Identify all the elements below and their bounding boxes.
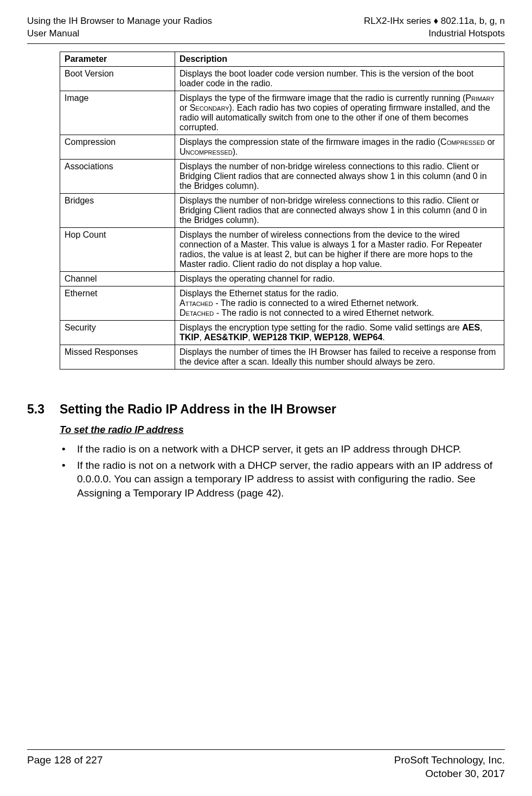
param-desc: Displays the encryption type setting for…: [175, 320, 504, 345]
table-row: Associations Displays the number of non-…: [60, 159, 504, 193]
header-doc-type: User Manual: [27, 28, 212, 40]
section-number: 5.3: [27, 402, 60, 417]
header-product-series: RLX2-IHx series ♦ 802.11a, b, g, n: [364, 15, 505, 28]
param-name: Compression: [60, 135, 175, 159]
desc-text: or: [180, 103, 190, 112]
param-name: Hop Count: [60, 227, 175, 271]
separator: .: [382, 333, 384, 342]
header-left: Using the IH Browser to Manage your Radi…: [27, 15, 212, 40]
param-desc: Displays the number of wireless connecti…: [175, 227, 504, 271]
section-subheading: To set the radio IP address: [60, 424, 505, 436]
param-desc: Displays the type of the firmware image …: [175, 91, 504, 135]
table-header-row: Parameter Description: [60, 52, 504, 66]
param-desc: Displays the compression state of the fi…: [175, 135, 504, 159]
footer-page-number: Page 128 of 227: [27, 753, 102, 781]
footer-rule: [27, 749, 505, 750]
separator: ,: [480, 323, 482, 332]
param-name: Missed Responses: [60, 345, 175, 369]
footer-right: ProSoft Technology, Inc. October 30, 201…: [394, 753, 505, 781]
table-row: Image Displays the type of the firmware …: [60, 91, 504, 135]
security-option: WEP128: [314, 333, 348, 342]
table-row: Hop Count Displays the number of wireles…: [60, 227, 504, 271]
desc-text: Displays the compression state of the fi…: [180, 137, 440, 147]
table-row: Boot Version Displays the boot loader co…: [60, 66, 504, 91]
compressed-label: Compressed: [440, 137, 485, 147]
desc-text: - The radio is not connected to a wired …: [214, 308, 434, 317]
table-row: Channel Displays the operating channel f…: [60, 271, 504, 286]
table-row: Bridges Displays the number of non-bridg…: [60, 193, 504, 227]
param-desc: Displays the operating channel for radio…: [175, 271, 504, 286]
header-chapter-title: Using the IH Browser to Manage your Radi…: [27, 15, 212, 28]
param-name: Channel: [60, 271, 175, 286]
param-desc: Displays the number of times the IH Brow…: [175, 345, 504, 369]
table-row: Missed Responses Displays the number of …: [60, 345, 504, 369]
param-name: Security: [60, 320, 175, 345]
security-option: WEP64: [353, 333, 382, 342]
header-right: RLX2-IHx series ♦ 802.11a, b, g, n Indus…: [364, 15, 505, 40]
primary-label: Primary: [465, 93, 494, 103]
desc-text: ).: [233, 147, 238, 156]
table-row: Compression Displays the compression sta…: [60, 135, 504, 159]
separator: ,: [309, 333, 314, 342]
column-header-description: Description: [175, 52, 504, 66]
page-header: Using the IH Browser to Manage your Radi…: [27, 15, 505, 40]
separator: ,: [348, 333, 353, 342]
table-row: Ethernet Displays the Ethernet status fo…: [60, 286, 504, 320]
parameter-table: Parameter Description Boot Version Displ…: [60, 52, 504, 370]
desc-text: or: [485, 137, 495, 147]
footer-company: ProSoft Technology, Inc.: [394, 753, 505, 767]
header-product-name: Industrial Hotspots: [364, 28, 505, 40]
attached-label: Attached: [180, 298, 213, 308]
desc-line: Detached - The radio is not connected to…: [180, 308, 499, 318]
param-desc: Displays the Ethernet status for the rad…: [175, 286, 504, 320]
param-name: Bridges: [60, 193, 175, 227]
column-header-parameter: Parameter: [60, 52, 175, 66]
param-name: Ethernet: [60, 286, 175, 320]
security-option: WEP128 TKIP: [253, 333, 309, 342]
security-option: TKIP: [180, 333, 199, 342]
section-title: Setting the Radio IP Address in the IH B…: [60, 402, 336, 416]
page-footer: Page 128 of 227 ProSoft Technology, Inc.…: [27, 749, 505, 781]
desc-line: Displays the Ethernet status for the rad…: [180, 289, 499, 298]
secondary-label: Secondary: [190, 103, 229, 112]
uncompressed-label: Uncompressed: [180, 147, 233, 156]
separator: ,: [248, 333, 253, 342]
header-rule: [27, 43, 505, 44]
security-option: AES&TKIP: [204, 333, 248, 342]
table-row: Security Displays the encryption type se…: [60, 320, 504, 345]
section-heading: 5.3Setting the Radio IP Address in the I…: [27, 402, 505, 417]
param-desc: Displays the number of non-bridge wirele…: [175, 193, 504, 227]
separator: ,: [199, 333, 204, 342]
desc-text: Displays the type of the firmware image …: [180, 93, 465, 103]
param-desc: Displays the number of non-bridge wirele…: [175, 159, 504, 193]
list-item: If the radio is on a network with a DHCP…: [60, 442, 505, 456]
detached-label: Detached: [180, 308, 214, 317]
param-desc: Displays the boot loader code version nu…: [175, 66, 504, 91]
param-name: Image: [60, 91, 175, 135]
desc-text: - The radio is connected to a wired Ethe…: [213, 298, 419, 308]
param-name: Boot Version: [60, 66, 175, 91]
list-item: If the radio is not on a network with a …: [60, 459, 505, 500]
bullet-list: If the radio is on a network with a DHCP…: [27, 442, 505, 500]
param-name: Associations: [60, 159, 175, 193]
security-option: AES: [462, 323, 480, 332]
desc-line: Attached - The radio is connected to a w…: [180, 298, 499, 308]
desc-text: Displays the encryption type setting for…: [180, 323, 462, 332]
footer-date: October 30, 2017: [394, 767, 505, 781]
